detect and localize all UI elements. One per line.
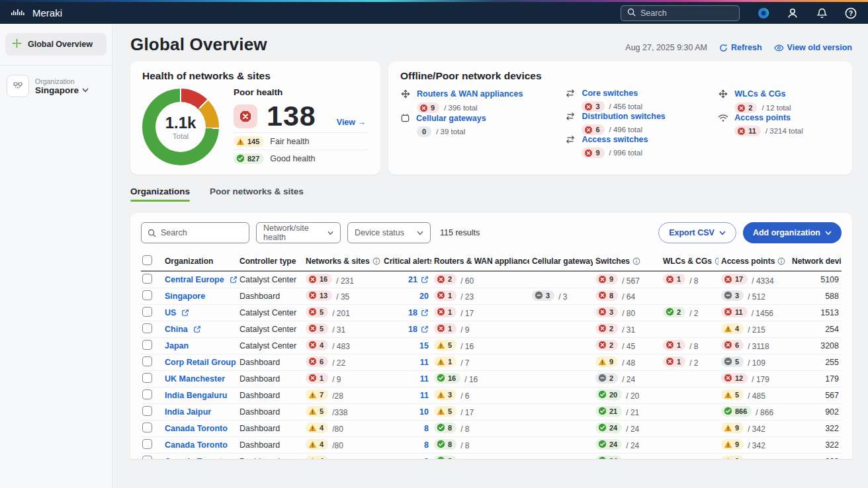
sidebar-item-label: Global Overview [28,40,93,49]
refresh-icon [719,44,728,52]
row-checkbox[interactable] [142,423,152,432]
critical-badge: 9 [595,274,618,284]
row-checkbox[interactable] [142,406,152,416]
check-icon [598,423,607,432]
critical-alerts-link[interactable]: 15 [419,341,429,350]
critical-badge: 1 [663,356,685,367]
networks-total: / 483 [332,342,350,351]
table-search-input[interactable] [161,228,234,237]
access-points-total: / 342 [748,441,765,450]
column-header-controller-type: Controller type [237,252,303,271]
search-icon [148,229,156,237]
view-old-version-button[interactable]: View old version [774,43,852,52]
global-overview-icon [12,38,22,50]
eye-icon [774,44,784,52]
tab-organizations[interactable]: Organizations [130,186,190,202]
external-link-icon [181,309,189,317]
critical-alerts-link[interactable]: 11 [420,358,429,367]
critical-icon [308,307,317,316]
organization-link[interactable]: Japan [165,341,189,350]
notifications-bell-icon[interactable] [815,7,828,20]
organization-link[interactable]: India Bengaluru [165,391,227,400]
device-type-link[interactable]: Cellular gateways [400,113,565,123]
organization-link[interactable]: Singapore [165,292,205,301]
row-checkbox[interactable] [142,307,152,317]
access-points-cell: 9/ 342 [718,453,789,459]
wlcs-cell [660,403,718,420]
organization-link[interactable]: Canada Toronto [165,424,228,433]
organization-link[interactable]: US [165,308,189,317]
organization-switcher[interactable]: Organization Singapore [0,75,112,97]
critical-alerts-link[interactable]: 18 [408,325,429,334]
row-checkbox[interactable] [142,323,152,333]
info-icon [715,257,718,265]
organization-link[interactable]: China [165,325,201,334]
user-icon[interactable] [786,7,799,20]
row-checkbox[interactable] [142,274,152,284]
assistant-icon[interactable] [757,7,770,20]
switch-icon [565,89,576,98]
organization-link[interactable]: India Jaipur [165,407,211,417]
row-checkbox[interactable] [142,340,152,350]
row-checkbox[interactable] [142,456,152,460]
row-checkbox[interactable] [142,373,152,383]
critical-icon [598,324,607,333]
device-type-link[interactable]: Routers & WAN appliances [400,89,565,99]
row-checkbox[interactable] [142,439,152,449]
column-header-networks-sites[interactable]: Networks & sites [303,252,381,271]
device-type-link[interactable]: Access switches [565,135,718,144]
network-site-health-filter[interactable]: Network/site health [256,222,341,243]
critical-badge: 9 [417,102,439,113]
view-link[interactable]: View → [337,118,366,132]
check-icon [437,456,445,459]
critical-alerts-link[interactable]: 18 [408,308,429,317]
device-count-row: 9/ 996 total [582,147,718,158]
cellular-gateways-cell [529,337,593,354]
brand-name: Meraki [32,7,62,19]
search-icon [627,7,636,19]
check-icon [236,154,245,163]
access-points-total: / 4334 [752,276,773,286]
access-points-cell: 17/ 4334 [718,271,789,288]
row-checkbox[interactable] [142,389,152,399]
export-csv-button[interactable]: Export CSV [658,222,736,243]
sidebar-item-global-overview[interactable]: Global Overview [5,33,107,56]
brand[interactable]: Meraki [11,7,62,19]
tab-poor-networks-sites[interactable]: Poor networks & sites [210,186,304,202]
critical-alerts-link[interactable]: 8 [424,440,429,450]
warning-icon [308,407,317,415]
add-organization-button[interactable]: Add organization [743,222,842,243]
critical-alerts-link[interactable]: 10 [419,407,429,417]
search-input[interactable] [640,9,720,18]
offline-device-item: Routers & WAN appliances9/ 396 total [400,89,565,113]
device-type-link[interactable]: Distribution switches [565,112,718,121]
organization-link[interactable]: Canada Toronto [165,457,228,460]
organization-link[interactable]: UK Manchester [165,374,225,384]
critical-alerts-link[interactable]: 21 [408,275,429,284]
device-type-link[interactable]: Access points [718,113,840,122]
warning-badge: 4 [306,456,328,459]
select-all-checkbox[interactable] [142,255,152,265]
organization-link[interactable]: Canada Toronto [165,440,228,450]
device-status-filter[interactable]: Device status [347,222,431,243]
cellular-gateways-cell: 3/ 3 [529,288,593,304]
critical-alerts-link[interactable]: 8 [424,457,429,460]
row-checkbox[interactable] [142,290,152,300]
organization-link[interactable]: Central Europe [165,275,237,284]
critical-badge: 11 [721,307,748,317]
switches-total: / 24 [626,441,639,450]
global-search[interactable] [621,5,740,21]
table-row: JapanCatalyst Center4/ 483155/ 162/ 451/… [141,337,842,354]
critical-alerts-link[interactable]: 20 [419,292,429,301]
critical-alerts-link[interactable]: 11 [420,374,429,384]
critical-alerts-link[interactable]: 11 [420,391,429,400]
refresh-button[interactable]: Refresh [719,43,762,52]
help-icon[interactable]: ? [844,7,857,20]
table-search[interactable] [141,222,249,243]
networks-cell: 6/ 22 [303,354,381,370]
device-type-link[interactable]: Core switches [565,89,718,98]
organization-link[interactable]: Corp Retail Group [165,358,236,367]
row-checkbox[interactable] [142,356,152,366]
device-type-link[interactable]: WLCs & CGs [718,89,840,99]
critical-alerts-link[interactable]: 8 [424,424,429,433]
